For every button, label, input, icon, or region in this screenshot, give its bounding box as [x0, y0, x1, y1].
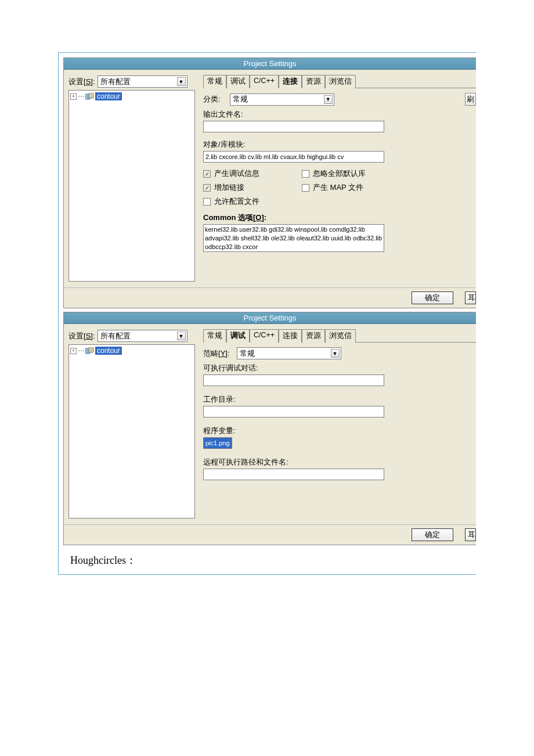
chevron-down-icon: ▼ — [177, 77, 186, 86]
checkbox-icon: ✓ — [203, 170, 211, 178]
checkbox-icon: ✓ — [203, 184, 211, 192]
project-settings-dialog-debug: WWW.bdocx.COM Project Settings 设置[S]: 所有… — [63, 312, 476, 545]
settings-label: 设置[S]: — [68, 77, 95, 87]
project-tree[interactable]: + ⋯ contour — [68, 90, 195, 282]
tree-item[interactable]: + ⋯ contour — [70, 346, 193, 355]
checkbox-icon — [203, 198, 211, 206]
expand-icon[interactable]: + — [70, 348, 77, 354]
category-dropdown[interactable]: 常规 ▼ — [230, 93, 334, 106]
chevron-down-icon: ▼ — [324, 95, 333, 104]
remote-label: 远程可执行路径和文件名: — [203, 457, 476, 467]
ok-button[interactable]: 确定 — [412, 291, 453, 304]
refresh-button[interactable]: 刷 — [465, 93, 476, 106]
category-dropdown[interactable]: 常规 ▼ — [237, 347, 341, 359]
cancel-button[interactable]: 耳 — [465, 291, 476, 304]
remote-input[interactable] — [203, 469, 384, 480]
tab-resources[interactable]: 资源 — [302, 75, 325, 88]
tab-bar: 常规 调试 C/C++ 连接 资源 浏览信 — [203, 329, 476, 343]
workdir-label: 工作目录: — [203, 394, 476, 405]
tab-browse[interactable]: 浏览信 — [325, 329, 356, 343]
chevron-down-icon: ▼ — [331, 349, 340, 358]
project-tree[interactable]: + ⋯ contour — [68, 344, 195, 519]
svg-rect-1 — [89, 93, 93, 98]
dialog-title: Project Settings — [64, 312, 476, 324]
tab-link[interactable]: 连接 — [279, 75, 302, 88]
checkbox-icon — [302, 184, 309, 192]
exe-input[interactable] — [203, 375, 384, 386]
tab-debug[interactable]: 调试 — [226, 329, 250, 343]
exe-label: 可执行调试对话: — [203, 363, 476, 373]
tab-link[interactable]: 连接 — [279, 329, 302, 343]
modules-input[interactable]: 2.lib cxcore.lib cv.lib ml.lib cvaux.lib… — [203, 151, 384, 163]
args-input[interactable]: pic1.png — [203, 437, 232, 449]
tab-general[interactable]: 常规 — [203, 329, 226, 343]
svg-rect-3 — [89, 347, 93, 352]
project-icon — [85, 347, 94, 355]
args-label: 程序变量: — [203, 426, 476, 436]
output-label: 输出文件名: — [203, 109, 476, 120]
chk-profile[interactable]: 允许配置文件 — [203, 196, 302, 207]
expand-icon[interactable]: + — [70, 93, 77, 100]
tab-debug[interactable]: 调试 — [226, 75, 250, 88]
chk-ignore-libs[interactable]: 忽略全部默认库 — [302, 168, 400, 179]
category-label: 范畴[Y]: — [203, 348, 230, 359]
settings-dropdown[interactable]: 所有配置 ▼ — [98, 330, 187, 342]
common-options-input[interactable]: kernel32.lib user32.lib gdi32.lib winspo… — [203, 224, 384, 252]
modules-label: 对象/库模块: — [203, 139, 476, 150]
chk-debug-info[interactable]: ✓产生调试信息 — [203, 168, 302, 179]
dialog-title: Project Settings — [64, 58, 476, 70]
settings-dropdown[interactable]: 所有配置 ▼ — [98, 75, 187, 88]
project-icon — [85, 93, 94, 100]
tree-item[interactable]: + ⋯ contour — [70, 92, 193, 101]
chevron-down-icon: ▼ — [177, 332, 186, 340]
checkbox-icon — [302, 170, 309, 178]
ok-button[interactable]: 确定 — [412, 528, 453, 541]
tree-item-label: contour — [95, 347, 122, 355]
settings-label: 设置[S]: — [68, 331, 95, 341]
tab-cpp[interactable]: C/C++ — [250, 75, 279, 88]
workdir-input[interactable] — [203, 406, 384, 417]
project-settings-dialog-link: Project Settings 设置[S]: 所有配置 ▼ + ⋯ — [63, 57, 476, 308]
output-input[interactable] — [203, 121, 384, 132]
cancel-button[interactable]: 耳 — [465, 528, 476, 541]
tab-cpp[interactable]: C/C++ — [250, 329, 279, 343]
chk-map-file[interactable]: 产生 MAP 文件 — [302, 182, 400, 193]
tab-browse[interactable]: 浏览信 — [325, 75, 356, 88]
category-label: 分类: — [203, 94, 221, 105]
caption-text: Houghcircles： — [70, 553, 476, 567]
tree-item-label: contour — [95, 92, 122, 100]
tab-bar: 常规 调试 C/C++ 连接 资源 浏览信 — [203, 74, 476, 88]
tab-resources[interactable]: 资源 — [302, 329, 325, 343]
chk-incremental[interactable]: ✓增加链接 — [203, 182, 302, 193]
common-options-label: Common 选项[O]: — [203, 213, 476, 223]
tab-general[interactable]: 常规 — [203, 75, 226, 88]
